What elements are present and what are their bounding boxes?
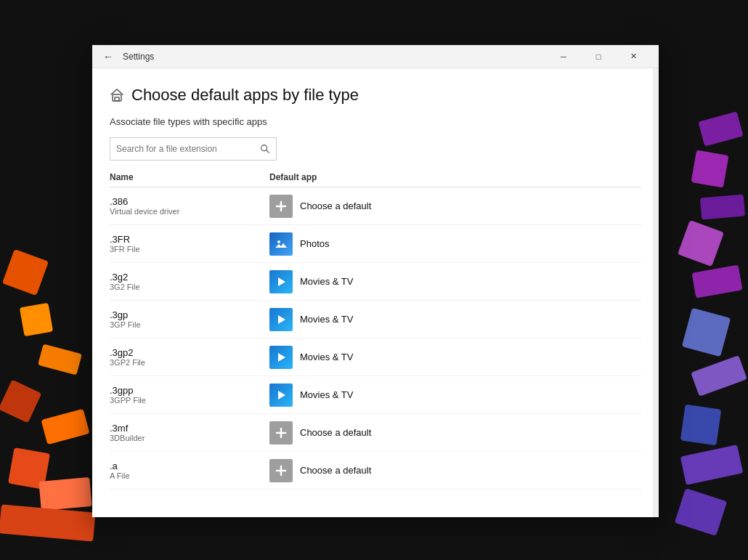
table-row[interactable]: .aA FileChoose a default: [110, 452, 641, 490]
row-name-col: .3gp23GP2 File: [110, 347, 269, 367]
row-app-col[interactable]: Choose a default: [269, 459, 371, 482]
ext-name: .3mf: [110, 423, 269, 434]
svg-marker-10: [278, 391, 285, 399]
row-name-col: .3g23G2 File: [110, 272, 269, 291]
app-name: Choose a default: [300, 427, 371, 438]
page-title: Choose default apps by file type: [131, 86, 359, 105]
decor-block: [680, 445, 744, 485]
ext-desc: 3GPP File: [110, 396, 269, 405]
table-row[interactable]: .3mf3DBuilderChoose a default: [110, 414, 641, 452]
row-app-col[interactable]: Choose a default: [269, 421, 371, 445]
decor-block: [38, 477, 92, 511]
home-icon[interactable]: [110, 88, 124, 102]
row-name-col: .3mf3DBuilder: [110, 423, 269, 442]
app-icon: [269, 346, 293, 369]
settings-window: ← Settings ─ □ ✕ Choose default apps by …: [92, 45, 659, 517]
row-name-col: .3gp3GP File: [110, 309, 269, 329]
svg-marker-7: [278, 277, 285, 286]
window-title: Settings: [123, 52, 547, 62]
row-app-col[interactable]: Movies & TV: [269, 270, 353, 293]
table-row[interactable]: .3gpp3GPP FileMovies & TV: [110, 376, 641, 414]
row-app-col[interactable]: Movies & TV: [269, 308, 353, 331]
scrollbar[interactable]: [653, 68, 659, 517]
decor-block: [680, 405, 721, 445]
svg-point-6: [277, 240, 280, 243]
app-name: Movies & TV: [300, 389, 353, 400]
app-icon: [269, 195, 293, 218]
row-app-col[interactable]: Movies & TV: [269, 384, 353, 407]
decor-block: [691, 265, 742, 299]
content-area: Choose default apps by file type Associa…: [92, 68, 659, 517]
page-header: Choose default apps by file type: [110, 86, 641, 105]
page-subtitle: Associate file types with specific apps: [110, 116, 641, 127]
app-icon: [269, 421, 293, 445]
ext-name: .3gpp: [110, 385, 269, 396]
ext-desc: 3GP File: [110, 320, 269, 329]
maximize-button[interactable]: □: [582, 45, 615, 68]
ext-desc: Virtual device driver: [110, 207, 269, 216]
ext-name: .a: [110, 460, 269, 471]
row-name-col: .3FR3FR File: [110, 234, 269, 253]
app-name: Movies & TV: [300, 314, 353, 325]
ext-desc: 3DBuilder: [110, 434, 269, 442]
row-app-col[interactable]: Photos: [269, 232, 329, 256]
table-row[interactable]: .3gp3GP FileMovies & TV: [110, 301, 641, 338]
column-app-header: Default app: [269, 172, 317, 182]
decor-block: [700, 194, 745, 219]
decor-block: [682, 308, 731, 357]
file-type-list: .386Virtual device driverChoose a defaul…: [110, 187, 641, 517]
decor-block: [0, 504, 95, 541]
app-icon: [269, 270, 293, 293]
row-name-col: .aA File: [110, 460, 269, 480]
svg-marker-8: [278, 315, 285, 324]
minimize-button[interactable]: ─: [547, 45, 580, 68]
row-name-col: .3gpp3GPP File: [110, 385, 269, 405]
decor-block: [41, 409, 89, 445]
decor-block: [675, 488, 728, 536]
decor-block: [38, 344, 82, 375]
svg-rect-1: [115, 97, 119, 101]
app-name: Photos: [300, 238, 329, 249]
app-icon: [269, 384, 293, 407]
decor-block: [698, 111, 743, 146]
close-button[interactable]: ✕: [617, 45, 650, 68]
ext-name: .386: [110, 196, 269, 207]
ext-name: .3g2: [110, 272, 269, 283]
app-name: Choose a default: [300, 200, 371, 211]
window-controls: ─ □ ✕: [547, 45, 650, 68]
decor-block: [691, 355, 747, 397]
decor-block: [678, 220, 724, 267]
table-row[interactable]: .3gp23GP2 FileMovies & TV: [110, 338, 641, 376]
row-app-col[interactable]: Choose a default: [269, 195, 371, 218]
ext-desc: 3GP2 File: [110, 358, 269, 367]
decor-block: [2, 249, 49, 296]
ext-desc: 3G2 File: [110, 283, 269, 291]
table-header: Name Default app: [110, 172, 641, 187]
ext-desc: 3FR File: [110, 245, 269, 253]
search-input[interactable]: [116, 144, 260, 154]
table-row[interactable]: .3FR3FR FilePhotos: [110, 225, 641, 263]
row-app-col[interactable]: Movies & TV: [269, 346, 353, 369]
table-row[interactable]: .386Virtual device driverChoose a defaul…: [110, 187, 641, 225]
app-name: Movies & TV: [300, 352, 353, 362]
search-icon: [260, 144, 270, 154]
ext-name: .3gp: [110, 309, 269, 320]
decor-block: [691, 150, 728, 187]
svg-line-3: [267, 150, 269, 153]
decor-block: [0, 380, 41, 423]
column-name-header: Name: [110, 172, 269, 182]
decor-block: [20, 303, 53, 336]
table-row[interactable]: .3g23G2 FileMovies & TV: [110, 263, 641, 301]
app-icon: [269, 459, 293, 482]
app-icon: [269, 232, 293, 256]
app-name: Choose a default: [300, 465, 371, 476]
svg-marker-9: [278, 353, 285, 362]
row-name-col: .386Virtual device driver: [110, 196, 269, 216]
ext-name: .3FR: [110, 234, 269, 245]
app-name: Movies & TV: [300, 276, 353, 287]
back-button[interactable]: ←: [101, 49, 115, 64]
ext-desc: A File: [110, 471, 269, 480]
app-icon: [269, 308, 293, 331]
search-box[interactable]: [110, 137, 277, 161]
title-bar: ← Settings ─ □ ✕: [92, 45, 659, 68]
